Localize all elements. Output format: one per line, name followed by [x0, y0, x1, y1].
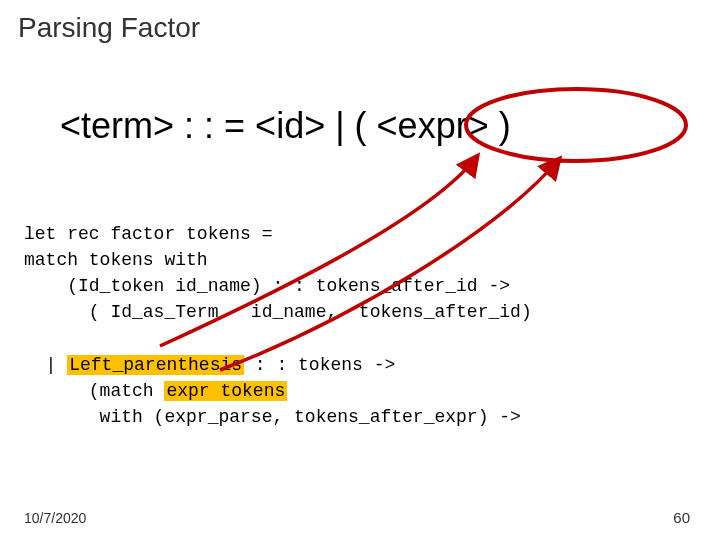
grammar-expr: <expr>: [377, 105, 489, 146]
code-block: let rec factor tokens = match tokens wit…: [24, 195, 532, 430]
page-number: 60: [673, 509, 690, 526]
grammar-id: <id>: [255, 105, 325, 146]
highlight-expr-tokens: expr tokens: [164, 381, 287, 401]
page-title: Parsing Factor: [18, 12, 200, 44]
code-line: (match expr tokens: [24, 381, 287, 401]
code-line: let rec factor tokens =: [24, 224, 272, 244]
code-line: match tokens with: [24, 250, 208, 270]
code-line: ( Id_as_Term id_name, tokens_after_id): [24, 302, 532, 322]
grammar-pipe: |: [335, 105, 344, 146]
code-line: with (expr_parse, tokens_after_expr) ->: [24, 407, 521, 427]
code-line: | Left_parenthesis : : tokens ->: [24, 355, 395, 375]
highlight-left-paren: Left_parenthesis: [67, 355, 244, 375]
grammar-op: : : =: [184, 105, 245, 146]
grammar-lhs: <term>: [60, 105, 174, 146]
footer-date: 10/7/2020: [24, 510, 86, 526]
grammar-rparen: ): [499, 105, 511, 146]
grammar-lparen: (: [355, 105, 367, 146]
code-line: (Id_token id_name) : : tokens_after_id -…: [24, 276, 510, 296]
grammar-rule: <term> : : = <id> | ( <expr> ): [60, 105, 511, 147]
